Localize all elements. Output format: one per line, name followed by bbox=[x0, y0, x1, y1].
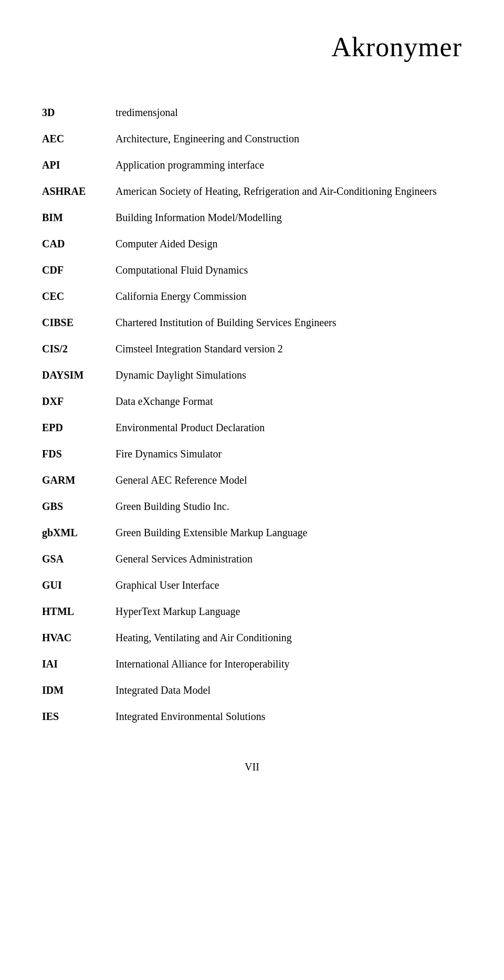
acronym-abbr: CAD bbox=[42, 231, 116, 257]
acronym-abbr: GBS bbox=[42, 493, 116, 519]
acronym-abbr: GUI bbox=[42, 572, 116, 598]
table-row: CADComputer Aided Design bbox=[42, 231, 462, 257]
acronym-abbr: API bbox=[42, 152, 116, 178]
table-row: 3Dtredimensjonal bbox=[42, 99, 462, 126]
acronym-definition: Dynamic Daylight Simulations bbox=[116, 362, 462, 388]
table-row: GBSGreen Building Studio Inc. bbox=[42, 493, 462, 519]
acronym-definition: General Services Administration bbox=[116, 546, 462, 572]
acronym-abbr: DXF bbox=[42, 388, 116, 414]
acronym-abbr: HVAC bbox=[42, 624, 116, 651]
acronym-definition: Green Building Extensible Markup Languag… bbox=[116, 519, 462, 546]
table-row: BIMBuilding Information Model/Modelling bbox=[42, 204, 462, 231]
acronym-definition: International Alliance for Interoperabil… bbox=[116, 651, 462, 677]
table-row: HVACHeating, Ventilating and Air Conditi… bbox=[42, 624, 462, 651]
acronym-definition: Chartered Institution of Building Servic… bbox=[116, 309, 462, 336]
acronym-abbr: 3D bbox=[42, 99, 116, 126]
acronym-abbr: DAYSIM bbox=[42, 362, 116, 388]
acronym-abbr: CDF bbox=[42, 257, 116, 283]
acronym-definition: Computer Aided Design bbox=[116, 231, 462, 257]
table-row: EPDEnvironmental Product Declaration bbox=[42, 414, 462, 441]
table-row: IAIInternational Alliance for Interopera… bbox=[42, 651, 462, 677]
acronym-definition: Heating, Ventilating and Air Conditionin… bbox=[116, 624, 462, 651]
table-row: GSAGeneral Services Administration bbox=[42, 546, 462, 572]
acronym-definition: Fire Dynamics Simulator bbox=[116, 441, 462, 467]
table-row: CIBSEChartered Institution of Building S… bbox=[42, 309, 462, 336]
table-row: GUIGraphical User Interface bbox=[42, 572, 462, 598]
acronym-definition: Green Building Studio Inc. bbox=[116, 493, 462, 519]
acronym-definition: Graphical User Interface bbox=[116, 572, 462, 598]
page-number: VII bbox=[42, 761, 462, 773]
table-row: FDSFire Dynamics Simulator bbox=[42, 441, 462, 467]
acronym-definition: HyperText Markup Language bbox=[116, 598, 462, 624]
page-title: Akronymer bbox=[42, 32, 462, 62]
acronym-definition: Application programming interface bbox=[116, 152, 462, 178]
table-row: GARMGeneral AEC Reference Model bbox=[42, 467, 462, 493]
table-row: CDFComputational Fluid Dynamics bbox=[42, 257, 462, 283]
acronym-abbr: BIM bbox=[42, 204, 116, 231]
acronym-abbr: HTML bbox=[42, 598, 116, 624]
acronym-abbr: IAI bbox=[42, 651, 116, 677]
acronym-abbr: GARM bbox=[42, 467, 116, 493]
table-row: DAYSIMDynamic Daylight Simulations bbox=[42, 362, 462, 388]
acronym-definition: California Energy Commission bbox=[116, 283, 462, 309]
acronym-definition: tredimensjonal bbox=[116, 99, 462, 126]
acronym-abbr: CIS/2 bbox=[42, 336, 116, 362]
table-row: APIApplication programming interface bbox=[42, 152, 462, 178]
acronym-abbr: GSA bbox=[42, 546, 116, 572]
acronym-definition: American Society of Heating, Refrigerati… bbox=[116, 178, 462, 204]
table-row: AECArchitecture, Engineering and Constru… bbox=[42, 126, 462, 152]
acronym-definition: Computational Fluid Dynamics bbox=[116, 257, 462, 283]
acronym-definition: Data eXchange Format bbox=[116, 388, 462, 414]
acronym-definition: Cimsteel Integration Standard version 2 bbox=[116, 336, 462, 362]
acronym-definition: Environmental Product Declaration bbox=[116, 414, 462, 441]
table-row: ASHRAEAmerican Society of Heating, Refri… bbox=[42, 178, 462, 204]
acronym-abbr: CEC bbox=[42, 283, 116, 309]
acronym-definition: General AEC Reference Model bbox=[116, 467, 462, 493]
table-row: CIS/2Cimsteel Integration Standard versi… bbox=[42, 336, 462, 362]
acronym-table: 3DtredimensjonalAECArchitecture, Enginee… bbox=[42, 99, 462, 729]
acronym-abbr: ASHRAE bbox=[42, 178, 116, 204]
table-row: HTMLHyperText Markup Language bbox=[42, 598, 462, 624]
table-row: gbXMLGreen Building Extensible Markup La… bbox=[42, 519, 462, 546]
acronym-abbr: EPD bbox=[42, 414, 116, 441]
table-row: IESIntegrated Environmental Solutions bbox=[42, 703, 462, 729]
acronym-abbr: FDS bbox=[42, 441, 116, 467]
table-row: CECCalifornia Energy Commission bbox=[42, 283, 462, 309]
acronym-abbr: gbXML bbox=[42, 519, 116, 546]
table-row: DXFData eXchange Format bbox=[42, 388, 462, 414]
table-row: IDMIntegrated Data Model bbox=[42, 677, 462, 703]
acronym-definition: Integrated Environmental Solutions bbox=[116, 703, 462, 729]
acronym-abbr: IDM bbox=[42, 677, 116, 703]
acronym-abbr: AEC bbox=[42, 126, 116, 152]
acronym-definition: Building Information Model/Modelling bbox=[116, 204, 462, 231]
acronym-definition: Integrated Data Model bbox=[116, 677, 462, 703]
acronym-abbr: IES bbox=[42, 703, 116, 729]
acronym-abbr: CIBSE bbox=[42, 309, 116, 336]
acronym-definition: Architecture, Engineering and Constructi… bbox=[116, 126, 462, 152]
